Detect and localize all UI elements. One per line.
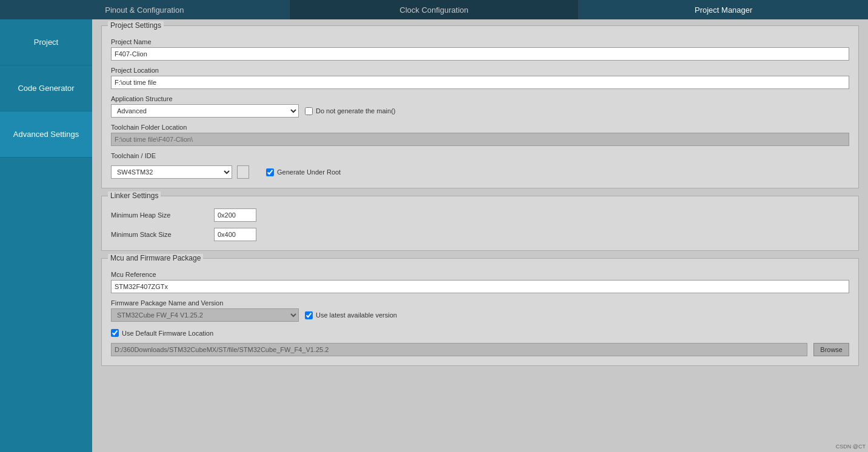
- firmware-package-select[interactable]: STM32Cube FW_F4 V1.25.2: [111, 308, 299, 322]
- toolchain-folder-input[interactable]: [111, 133, 849, 146]
- use-default-location-group: Use Default Firmware Location: [111, 329, 849, 337]
- use-latest-label: Use latest available version: [316, 311, 397, 319]
- toolchain-folder-group: Toolchain Folder Location: [111, 124, 849, 146]
- project-settings-section: Project Settings Project Name Project Lo…: [101, 25, 859, 188]
- tab-project-manager[interactable]: Project Manager: [579, 0, 868, 19]
- project-name-group: Project Name: [111, 38, 849, 61]
- mcu-firmware-section: Mcu and Firmware Package Mcu Reference F…: [101, 258, 859, 366]
- linker-settings-section: Linker Settings Minimum Heap Size Minimu…: [101, 196, 859, 251]
- toolchain-ide-select[interactable]: SW4STM32: [111, 165, 232, 179]
- use-default-location-checkbox[interactable]: [111, 329, 119, 337]
- firmware-path-input[interactable]: [111, 343, 807, 356]
- sidebar-item-code-generator[interactable]: Code Generator: [0, 65, 92, 111]
- min-heap-label: Minimum Heap Size: [111, 211, 208, 219]
- mcu-firmware-title: Mcu and Firmware Package: [108, 254, 203, 262]
- app-structure-select[interactable]: Advanced: [111, 104, 299, 118]
- do-not-generate-main-label: Do not generate the main(): [316, 107, 395, 115]
- generate-under-root-label: Generate Under Root: [277, 168, 341, 176]
- firmware-package-label: Firmware Package Name and Version: [111, 299, 849, 307]
- use-latest-checkbox[interactable]: [305, 311, 313, 319]
- generate-under-root-group: Generate Under Root: [266, 168, 341, 176]
- top-nav: Pinout & Configuration Clock Configurati…: [0, 0, 868, 19]
- firmware-package-group: Firmware Package Name and Version STM32C…: [111, 299, 849, 322]
- use-latest-group: Use latest available version: [305, 311, 397, 319]
- app-structure-group: Application Structure Advanced Do not ge…: [111, 95, 849, 118]
- firmware-path-row: Browse: [111, 343, 849, 356]
- toolchain-ide-row: SW4STM32 Generate Under Root: [111, 165, 849, 179]
- main-layout: Project Code Generator Advanced Settings…: [0, 19, 868, 452]
- min-heap-row: Minimum Heap Size: [111, 208, 849, 222]
- sidebar-item-project[interactable]: Project: [0, 19, 92, 65]
- sidebar-item-advanced-settings[interactable]: Advanced Settings: [0, 111, 92, 158]
- project-location-group: Project Location: [111, 67, 849, 89]
- do-not-generate-main-checkbox[interactable]: [305, 107, 313, 115]
- project-location-label: Project Location: [111, 67, 849, 74]
- project-name-input[interactable]: [111, 47, 849, 61]
- mcu-reference-group: Mcu Reference: [111, 271, 849, 293]
- app-structure-label: Application Structure: [111, 95, 849, 102]
- generate-under-root-checkbox[interactable]: [266, 168, 274, 176]
- do-not-generate-main-group: Do not generate the main(): [305, 107, 395, 115]
- project-settings-title: Project Settings: [108, 21, 164, 30]
- browse-button[interactable]: Browse: [813, 343, 849, 356]
- tab-pinout[interactable]: Pinout & Configuration: [0, 0, 290, 19]
- toolchain-ide-label: Toolchain / IDE: [111, 152, 849, 159]
- firmware-package-row: STM32Cube FW_F4 V1.25.2 Use latest avail…: [111, 308, 849, 322]
- project-name-label: Project Name: [111, 38, 849, 45]
- toolchain-folder-label: Toolchain Folder Location: [111, 124, 849, 131]
- firmware-path-group: Browse: [111, 343, 849, 356]
- content-area: Project Settings Project Name Project Lo…: [92, 19, 868, 452]
- mcu-reference-input[interactable]: [111, 280, 849, 293]
- tab-clock[interactable]: Clock Configuration: [290, 0, 579, 19]
- mcu-reference-label: Mcu Reference: [111, 271, 849, 278]
- app-structure-row: Advanced Do not generate the main(): [111, 104, 849, 118]
- min-stack-input[interactable]: [214, 228, 256, 241]
- linker-settings-title: Linker Settings: [108, 191, 161, 200]
- project-location-input[interactable]: [111, 76, 849, 89]
- watermark: CSDN @CT: [836, 444, 866, 450]
- use-default-location-label: Use Default Firmware Location: [122, 330, 213, 337]
- sidebar: Project Code Generator Advanced Settings: [0, 19, 92, 452]
- min-stack-row: Minimum Stack Size: [111, 228, 849, 241]
- toolchain-ide-group: Toolchain / IDE SW4STM32 Generate Under …: [111, 152, 849, 179]
- min-stack-label: Minimum Stack Size: [111, 231, 208, 238]
- min-heap-input[interactable]: [214, 208, 256, 222]
